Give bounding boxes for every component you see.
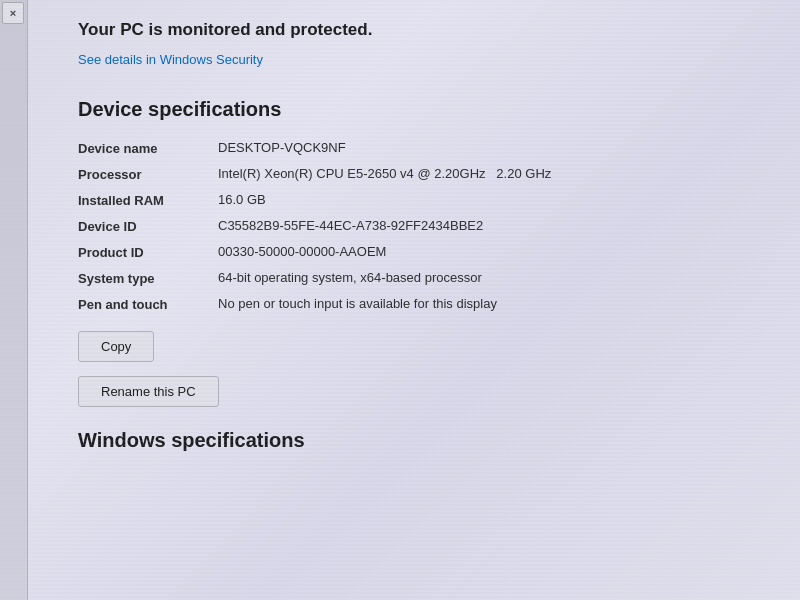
spec-value-processor: Intel(R) Xeon(R) CPU E5-2650 v4 @ 2.20GH… bbox=[218, 166, 770, 181]
device-specifications-section: Device specifications Device name DESKTO… bbox=[78, 98, 770, 407]
security-banner: Your PC is monitored and protected. See … bbox=[78, 8, 770, 76]
spec-row-system-type: System type 64-bit operating system, x64… bbox=[78, 265, 770, 291]
spec-value-ram: 16.0 GB bbox=[218, 192, 770, 207]
security-title: Your PC is monitored and protected. bbox=[78, 20, 770, 40]
spec-value-product-id: 00330-50000-00000-AAOEM bbox=[218, 244, 770, 259]
spec-label-product-id: Product ID bbox=[78, 244, 218, 260]
rename-pc-button[interactable]: Rename this PC bbox=[78, 376, 219, 407]
device-specs-heading: Device specifications bbox=[78, 98, 770, 121]
spec-label-ram: Installed RAM bbox=[78, 192, 218, 208]
spec-label-device-id: Device ID bbox=[78, 218, 218, 234]
spec-value-device-id: C35582B9-55FE-44EC-A738-92FF2434BBE2 bbox=[218, 218, 770, 233]
windows-specs-heading: Windows specifications bbox=[78, 429, 770, 452]
spec-value-system-type: 64-bit operating system, x64-based proce… bbox=[218, 270, 770, 285]
spec-row-ram: Installed RAM 16.0 GB bbox=[78, 187, 770, 213]
copy-button[interactable]: Copy bbox=[78, 331, 154, 362]
security-link[interactable]: See details in Windows Security bbox=[78, 52, 263, 67]
spec-label-pen-touch: Pen and touch bbox=[78, 296, 218, 312]
close-button[interactable]: × bbox=[2, 2, 24, 24]
spec-label-device-name: Device name bbox=[78, 140, 218, 156]
spec-label-system-type: System type bbox=[78, 270, 218, 286]
left-sidebar-bar: × bbox=[0, 0, 28, 600]
spec-row-processor: Processor Intel(R) Xeon(R) CPU E5-2650 v… bbox=[78, 161, 770, 187]
spec-row-device-name: Device name DESKTOP-VQCK9NF bbox=[78, 135, 770, 161]
spec-value-device-name: DESKTOP-VQCK9NF bbox=[218, 140, 770, 155]
spec-label-processor: Processor bbox=[78, 166, 218, 182]
spec-row-device-id: Device ID C35582B9-55FE-44EC-A738-92FF24… bbox=[78, 213, 770, 239]
spec-rows-container: Device name DESKTOP-VQCK9NF Processor In… bbox=[78, 135, 770, 317]
spec-row-product-id: Product ID 00330-50000-00000-AAOEM bbox=[78, 239, 770, 265]
spec-row-pen-touch: Pen and touch No pen or touch input is a… bbox=[78, 291, 770, 317]
close-icon: × bbox=[10, 7, 16, 19]
spec-value-pen-touch: No pen or touch input is available for t… bbox=[218, 296, 770, 311]
